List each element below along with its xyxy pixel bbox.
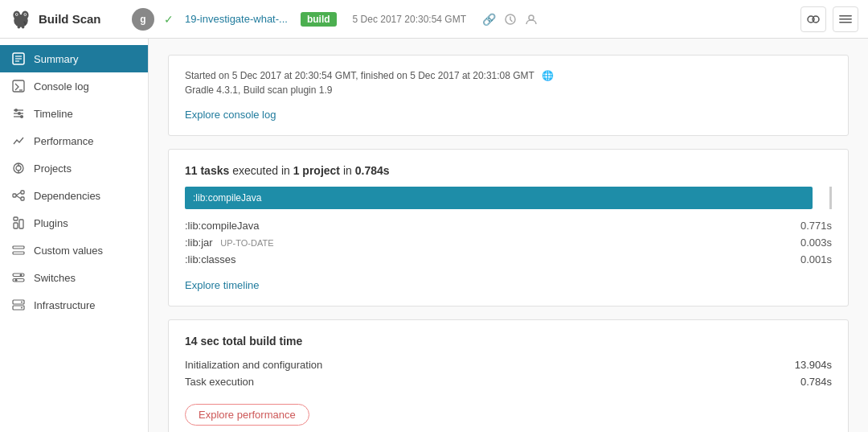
header-action-icons: 🔗: [482, 13, 538, 26]
compare-button[interactable]: [800, 6, 826, 32]
svg-rect-15: [839, 22, 852, 23]
task-time-3: 0.001s: [800, 253, 832, 265]
sidebar-label-custom-values: Custom values: [34, 245, 103, 257]
timeline-bar-wrapper: :lib:compileJava: [185, 187, 832, 209]
build-timestamp: 5 Dec 2017 20:30:54 GMT: [353, 14, 466, 25]
svg-line-36: [16, 195, 21, 199]
menu-button[interactable]: [833, 6, 858, 32]
sidebar-item-projects[interactable]: Projects: [0, 154, 148, 182]
infrastructure-icon: [11, 298, 26, 312]
svg-rect-37: [14, 223, 18, 228]
explore-performance-button[interactable]: Explore performance: [185, 404, 309, 426]
svg-point-7: [16, 14, 18, 15]
user-icon[interactable]: [525, 13, 538, 26]
sidebar-item-timeline[interactable]: Timeline: [0, 100, 148, 127]
header-right-controls: [800, 6, 858, 32]
sidebar-item-console-log[interactable]: Console log: [0, 72, 148, 100]
sidebar-label-console-log: Console log: [34, 80, 89, 93]
meta-line-2: Gradle 4.3.1, Build scan plugin 1.9: [185, 84, 832, 96]
perf-value-2: 0.784s: [800, 376, 832, 388]
svg-point-26: [18, 112, 21, 115]
performance-card: 14 sec total build time Initialization a…: [168, 319, 849, 432]
performance-icon: [11, 134, 26, 148]
timeline-bar-label: :lib:compileJava: [193, 192, 261, 204]
console-log-icon: [11, 79, 26, 93]
tasks-title: 11 tasks executed in 1 project in 0.784s: [185, 164, 832, 177]
sidebar-label-performance: Performance: [34, 135, 93, 147]
history-icon[interactable]: [504, 13, 517, 26]
timeline-icon: [11, 106, 26, 121]
svg-point-46: [15, 279, 18, 282]
sidebar-item-plugins[interactable]: Plugins: [0, 209, 148, 237]
tasks-card: 11 tasks executed in 1 project in 0.784s…: [168, 149, 849, 307]
sidebar-label-summary: Summary: [34, 53, 79, 65]
link-icon[interactable]: 🔗: [482, 13, 496, 26]
svg-point-12: [813, 16, 819, 23]
task-list: :lib:compileJava 0.771s :lib:jar UP-TO-D…: [185, 217, 832, 268]
meta-card: Started on 5 Dec 2017 at 20:30:54 GMT, f…: [168, 55, 849, 136]
svg-rect-38: [19, 220, 23, 228]
sidebar-item-summary[interactable]: Summary: [0, 45, 148, 72]
perf-label-1: Initialization and configuration: [185, 359, 322, 371]
svg-point-27: [20, 115, 23, 118]
perf-label-2: Task execution: [185, 376, 254, 388]
svg-line-35: [16, 192, 21, 195]
task-name-3: :lib:classes: [185, 253, 236, 265]
svg-rect-45: [13, 279, 24, 282]
sidebar-label-plugins: Plugins: [34, 217, 68, 229]
svg-point-25: [14, 109, 18, 112]
perf-row-1: Initialization and configuration 13.904s: [185, 359, 832, 371]
task-row: :lib:classes 0.001s: [185, 251, 832, 268]
avatar: g: [132, 8, 154, 31]
build-id[interactable]: 19-investigate-what-...: [185, 13, 288, 25]
explore-console-log-link[interactable]: Explore console log: [185, 109, 276, 121]
sidebar: Summary Console log Timeline Performance: [0, 39, 149, 432]
globe-icon: 🌐: [542, 70, 554, 81]
task-time-1: 0.771s: [800, 220, 832, 232]
check-icon: ✓: [164, 13, 174, 26]
logo: Build Scan: [10, 8, 122, 31]
svg-point-10: [529, 15, 534, 20]
timeline-bar-end-marker: [829, 187, 832, 209]
sidebar-label-infrastructure: Infrastructure: [34, 299, 96, 311]
sidebar-item-switches[interactable]: Switches: [0, 264, 148, 291]
sidebar-item-dependencies[interactable]: Dependencies: [0, 182, 148, 209]
svg-point-28: [16, 166, 21, 171]
custom-values-icon: [11, 243, 26, 257]
main-layout: Summary Console log Timeline Performance: [0, 39, 868, 432]
plugins-icon: [11, 216, 26, 230]
sidebar-item-custom-values[interactable]: Custom values: [0, 237, 148, 264]
header: Build Scan g ✓ 19-investigate-what-... b…: [0, 0, 868, 39]
meta-line-1: Started on 5 Dec 2017 at 20:30:54 GMT, f…: [185, 70, 832, 81]
dependencies-icon: [11, 188, 26, 203]
svg-point-44: [20, 274, 23, 276]
switches-icon: [11, 270, 26, 285]
svg-rect-40: [13, 246, 24, 249]
sidebar-label-timeline: Timeline: [34, 108, 73, 120]
sidebar-item-infrastructure[interactable]: Infrastructure: [0, 291, 148, 319]
svg-point-49: [21, 302, 23, 303]
task-time-2: 0.003s: [800, 237, 832, 249]
projects-icon: [11, 161, 26, 175]
svg-rect-14: [839, 19, 852, 20]
svg-rect-4: [22, 25, 25, 28]
task-badge-2: UP-TO-DATE: [220, 238, 273, 248]
perf-title: 14 sec total build time: [185, 335, 832, 348]
svg-rect-43: [13, 274, 24, 277]
task-row: :lib:jar UP-TO-DATE 0.003s: [185, 234, 832, 251]
timeline-bar: :lib:compileJava: [185, 187, 813, 209]
perf-row-2: Task execution 0.784s: [185, 376, 832, 388]
sidebar-label-dependencies: Dependencies: [34, 190, 100, 202]
sidebar-item-performance[interactable]: Performance: [0, 127, 148, 154]
explore-timeline-link[interactable]: Explore timeline: [185, 279, 260, 291]
app-title: Build Scan: [39, 12, 101, 26]
svg-rect-41: [13, 252, 24, 254]
svg-rect-32: [13, 194, 16, 197]
svg-rect-33: [21, 191, 24, 194]
main-content: Started on 5 Dec 2017 at 20:30:54 GMT, f…: [149, 39, 868, 432]
svg-rect-13: [839, 15, 852, 17]
svg-rect-39: [14, 217, 18, 220]
svg-point-50: [21, 307, 23, 309]
task-name-1: :lib:compileJava: [185, 220, 260, 232]
summary-icon: [11, 51, 26, 66]
